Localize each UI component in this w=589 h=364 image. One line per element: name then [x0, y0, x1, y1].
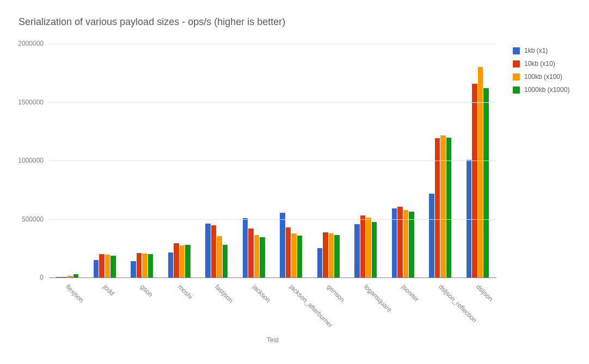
x-tick-label: dsljson_reflection — [437, 283, 478, 324]
legend-label: 100kb (x100) — [524, 73, 562, 81]
bar — [137, 253, 142, 277]
x-tick-label: fastjson — [213, 283, 235, 304]
bar — [397, 207, 403, 277]
legend-item: 1000kb (x1000) — [513, 86, 569, 94]
bar — [254, 235, 260, 277]
bar — [446, 138, 452, 277]
bar — [111, 256, 116, 277]
legend-swatch — [513, 73, 520, 81]
plot-area: 0500000100000015000002000000flexjsonjodd… — [49, 44, 496, 277]
bar — [142, 254, 148, 277]
bar — [94, 260, 99, 277]
bar — [317, 248, 323, 277]
y-tick-label: 2000000 — [18, 40, 49, 47]
bar — [223, 245, 228, 277]
y-tick-label: 1000000 — [18, 157, 49, 164]
y-tick-label: 500000 — [22, 215, 49, 223]
bar — [366, 218, 371, 277]
gridline — [49, 102, 496, 103]
legend-swatch — [513, 60, 520, 67]
bar — [483, 88, 489, 277]
bar — [280, 213, 285, 277]
x-tick-label: dsljson — [475, 283, 494, 303]
y-tick-label: 0 — [40, 274, 49, 281]
baseline — [49, 277, 496, 278]
y-tick-label: 1500000 — [18, 98, 49, 106]
gridline — [49, 44, 496, 44]
x-tick-label: jackson — [251, 283, 272, 304]
x-tick-label: gson — [139, 283, 154, 298]
chart-title: Serialization of various payload sizes -… — [19, 16, 285, 28]
legend-item: 10kb (x10) — [513, 60, 569, 67]
bar — [372, 222, 377, 277]
bar — [429, 194, 434, 277]
bar — [211, 225, 217, 277]
bar — [323, 232, 328, 277]
legend: 1kb (x1)10kb (x10)100kb (x100)1000kb (x1… — [513, 47, 569, 99]
gridline — [49, 161, 496, 161]
legend-label: 1000kb (x1000) — [524, 86, 569, 94]
legend-label: 10kb (x10) — [524, 60, 555, 67]
bar — [409, 212, 414, 277]
legend-swatch — [513, 87, 520, 94]
bar — [360, 215, 366, 277]
legend-item: 100kb (x100) — [513, 73, 569, 81]
x-tick-label: flexjson — [64, 283, 85, 304]
x-axis-title: Test — [49, 336, 496, 344]
gridline — [49, 219, 496, 220]
bar — [131, 261, 136, 277]
bar — [174, 243, 179, 277]
bar — [260, 237, 265, 277]
bar — [243, 218, 248, 277]
bar — [205, 224, 211, 277]
bar — [440, 135, 446, 277]
bar — [180, 245, 185, 277]
bar — [472, 84, 477, 277]
bar — [329, 233, 334, 277]
bar — [334, 235, 340, 277]
bar — [168, 252, 174, 277]
bar — [478, 67, 483, 277]
legend-swatch — [513, 47, 520, 54]
bar — [297, 236, 303, 277]
bar — [403, 210, 409, 277]
x-tick-label: genson — [326, 283, 346, 304]
x-tick-label: logansquare — [363, 283, 394, 314]
bar — [185, 245, 191, 277]
bar — [105, 255, 111, 277]
bar — [291, 233, 297, 277]
x-tick-label: jodd — [102, 283, 116, 297]
bar — [248, 229, 254, 277]
bar — [217, 236, 222, 277]
legend-item: 1kb (x1) — [513, 47, 569, 54]
bar — [286, 227, 291, 277]
bar — [148, 254, 154, 277]
x-tick-label: jsoniter — [400, 283, 420, 303]
bar — [435, 138, 440, 277]
legend-label: 1kb (x1) — [524, 47, 548, 54]
bar — [354, 224, 360, 277]
chart-container: Serialization of various payload sizes -… — [0, 0, 589, 364]
bar — [99, 254, 105, 277]
x-tick-label: moshi — [176, 283, 194, 301]
